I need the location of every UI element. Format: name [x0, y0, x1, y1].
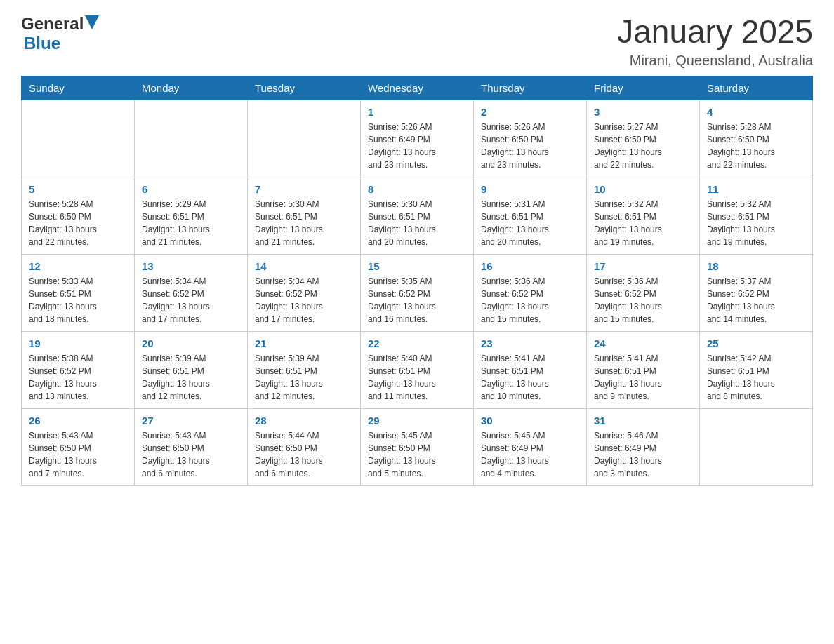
day-info: Sunrise: 5:42 AM Sunset: 6:51 PM Dayligh…: [707, 352, 805, 403]
calendar-cell: 15Sunrise: 5:35 AM Sunset: 6:52 PM Dayli…: [361, 254, 474, 331]
day-info: Sunrise: 5:35 AM Sunset: 6:52 PM Dayligh…: [368, 275, 466, 326]
calendar-cell: 5Sunrise: 5:28 AM Sunset: 6:50 PM Daylig…: [22, 177, 135, 254]
day-info: Sunrise: 5:26 AM Sunset: 6:49 PM Dayligh…: [368, 121, 466, 171]
calendar-cell: [248, 100, 361, 177]
calendar-cell: 3Sunrise: 5:27 AM Sunset: 6:50 PM Daylig…: [587, 100, 700, 177]
calendar-week-row: 26Sunrise: 5:43 AM Sunset: 6:50 PM Dayli…: [22, 408, 813, 485]
logo-general-text: General: [21, 14, 84, 34]
day-number: 2: [481, 106, 579, 118]
calendar-cell: 18Sunrise: 5:37 AM Sunset: 6:52 PM Dayli…: [700, 254, 813, 331]
day-number: 23: [481, 337, 579, 349]
calendar-cell: 12Sunrise: 5:33 AM Sunset: 6:51 PM Dayli…: [22, 254, 135, 331]
day-number: 10: [594, 183, 692, 195]
location: Mirani, Queensland, Australia: [617, 53, 813, 69]
logo: General Blue: [21, 14, 99, 53]
day-info: Sunrise: 5:41 AM Sunset: 6:51 PM Dayligh…: [594, 352, 692, 403]
day-info: Sunrise: 5:41 AM Sunset: 6:51 PM Dayligh…: [481, 352, 579, 403]
day-number: 26: [29, 415, 127, 427]
day-number: 8: [368, 183, 466, 195]
day-info: Sunrise: 5:27 AM Sunset: 6:50 PM Dayligh…: [594, 121, 692, 171]
day-info: Sunrise: 5:40 AM Sunset: 6:51 PM Dayligh…: [368, 352, 466, 403]
calendar-cell: 20Sunrise: 5:39 AM Sunset: 6:51 PM Dayli…: [135, 331, 248, 408]
day-number: 7: [255, 183, 353, 195]
day-info: Sunrise: 5:36 AM Sunset: 6:52 PM Dayligh…: [481, 275, 579, 326]
day-number: 28: [255, 415, 353, 427]
title-section: January 2025 Mirani, Queensland, Austral…: [617, 14, 813, 69]
day-info: Sunrise: 5:39 AM Sunset: 6:51 PM Dayligh…: [255, 352, 353, 403]
day-info: Sunrise: 5:30 AM Sunset: 6:51 PM Dayligh…: [368, 198, 466, 248]
calendar-week-row: 1Sunrise: 5:26 AM Sunset: 6:49 PM Daylig…: [22, 100, 813, 177]
day-number: 29: [368, 415, 466, 427]
day-info: Sunrise: 5:39 AM Sunset: 6:51 PM Dayligh…: [142, 352, 240, 403]
calendar-cell: 13Sunrise: 5:34 AM Sunset: 6:52 PM Dayli…: [135, 254, 248, 331]
day-number: 1: [368, 106, 466, 118]
calendar-cell: 11Sunrise: 5:32 AM Sunset: 6:51 PM Dayli…: [700, 177, 813, 254]
month-title: January 2025: [617, 14, 813, 50]
calendar-cell: 23Sunrise: 5:41 AM Sunset: 6:51 PM Dayli…: [474, 331, 587, 408]
day-number: 16: [481, 260, 579, 272]
day-number: 25: [707, 337, 805, 349]
calendar-cell: 7Sunrise: 5:30 AM Sunset: 6:51 PM Daylig…: [248, 177, 361, 254]
calendar-day-header: Friday: [587, 76, 700, 100]
calendar-cell: 2Sunrise: 5:26 AM Sunset: 6:50 PM Daylig…: [474, 100, 587, 177]
day-number: 14: [255, 260, 353, 272]
calendar-cell: 24Sunrise: 5:41 AM Sunset: 6:51 PM Dayli…: [587, 331, 700, 408]
day-number: 9: [481, 183, 579, 195]
day-number: 3: [594, 106, 692, 118]
day-number: 24: [594, 337, 692, 349]
day-info: Sunrise: 5:44 AM Sunset: 6:50 PM Dayligh…: [255, 429, 353, 480]
calendar-cell: 28Sunrise: 5:44 AM Sunset: 6:50 PM Dayli…: [248, 408, 361, 485]
day-info: Sunrise: 5:26 AM Sunset: 6:50 PM Dayligh…: [481, 121, 579, 171]
calendar-day-header: Monday: [135, 76, 248, 100]
calendar-week-row: 12Sunrise: 5:33 AM Sunset: 6:51 PM Dayli…: [22, 254, 813, 331]
day-number: 17: [594, 260, 692, 272]
day-info: Sunrise: 5:31 AM Sunset: 6:51 PM Dayligh…: [481, 198, 579, 248]
day-number: 6: [142, 183, 240, 195]
calendar-week-row: 5Sunrise: 5:28 AM Sunset: 6:50 PM Daylig…: [22, 177, 813, 254]
day-number: 31: [594, 415, 692, 427]
calendar-cell: 4Sunrise: 5:28 AM Sunset: 6:50 PM Daylig…: [700, 100, 813, 177]
calendar-cell: 10Sunrise: 5:32 AM Sunset: 6:51 PM Dayli…: [587, 177, 700, 254]
day-info: Sunrise: 5:37 AM Sunset: 6:52 PM Dayligh…: [707, 275, 805, 326]
day-number: 13: [142, 260, 240, 272]
calendar-cell: 30Sunrise: 5:45 AM Sunset: 6:49 PM Dayli…: [474, 408, 587, 485]
day-number: 15: [368, 260, 466, 272]
calendar-cell: [700, 408, 813, 485]
day-number: 22: [368, 337, 466, 349]
day-info: Sunrise: 5:32 AM Sunset: 6:51 PM Dayligh…: [707, 198, 805, 248]
calendar-table: SundayMondayTuesdayWednesdayThursdayFrid…: [21, 76, 813, 486]
logo-triangle-icon: [85, 15, 99, 29]
calendar-cell: 25Sunrise: 5:42 AM Sunset: 6:51 PM Dayli…: [700, 331, 813, 408]
day-info: Sunrise: 5:43 AM Sunset: 6:50 PM Dayligh…: [142, 429, 240, 480]
day-info: Sunrise: 5:29 AM Sunset: 6:51 PM Dayligh…: [142, 198, 240, 248]
day-info: Sunrise: 5:34 AM Sunset: 6:52 PM Dayligh…: [255, 275, 353, 326]
calendar-day-header: Tuesday: [248, 76, 361, 100]
calendar-cell: 31Sunrise: 5:46 AM Sunset: 6:49 PM Dayli…: [587, 408, 700, 485]
day-info: Sunrise: 5:36 AM Sunset: 6:52 PM Dayligh…: [594, 275, 692, 326]
calendar-cell: 1Sunrise: 5:26 AM Sunset: 6:49 PM Daylig…: [361, 100, 474, 177]
calendar-day-header: Wednesday: [361, 76, 474, 100]
day-info: Sunrise: 5:34 AM Sunset: 6:52 PM Dayligh…: [142, 275, 240, 326]
svg-marker-0: [85, 15, 99, 29]
day-info: Sunrise: 5:45 AM Sunset: 6:50 PM Dayligh…: [368, 429, 466, 480]
calendar-cell: 16Sunrise: 5:36 AM Sunset: 6:52 PM Dayli…: [474, 254, 587, 331]
calendar-cell: 17Sunrise: 5:36 AM Sunset: 6:52 PM Dayli…: [587, 254, 700, 331]
calendar-cell: 9Sunrise: 5:31 AM Sunset: 6:51 PM Daylig…: [474, 177, 587, 254]
day-info: Sunrise: 5:46 AM Sunset: 6:49 PM Dayligh…: [594, 429, 692, 480]
day-info: Sunrise: 5:43 AM Sunset: 6:50 PM Dayligh…: [29, 429, 127, 480]
page-header: General Blue January 2025 Mirani, Queens…: [21, 14, 813, 69]
day-info: Sunrise: 5:45 AM Sunset: 6:49 PM Dayligh…: [481, 429, 579, 480]
calendar-cell: 6Sunrise: 5:29 AM Sunset: 6:51 PM Daylig…: [135, 177, 248, 254]
day-info: Sunrise: 5:32 AM Sunset: 6:51 PM Dayligh…: [594, 198, 692, 248]
calendar-cell: 29Sunrise: 5:45 AM Sunset: 6:50 PM Dayli…: [361, 408, 474, 485]
calendar-cell: 21Sunrise: 5:39 AM Sunset: 6:51 PM Dayli…: [248, 331, 361, 408]
day-info: Sunrise: 5:38 AM Sunset: 6:52 PM Dayligh…: [29, 352, 127, 403]
day-number: 20: [142, 337, 240, 349]
calendar-day-header: Saturday: [700, 76, 813, 100]
logo-blue-text: Blue: [24, 34, 60, 53]
calendar-day-header: Thursday: [474, 76, 587, 100]
day-number: 19: [29, 337, 127, 349]
day-number: 18: [707, 260, 805, 272]
calendar-header-row: SundayMondayTuesdayWednesdayThursdayFrid…: [22, 76, 813, 100]
day-info: Sunrise: 5:30 AM Sunset: 6:51 PM Dayligh…: [255, 198, 353, 248]
